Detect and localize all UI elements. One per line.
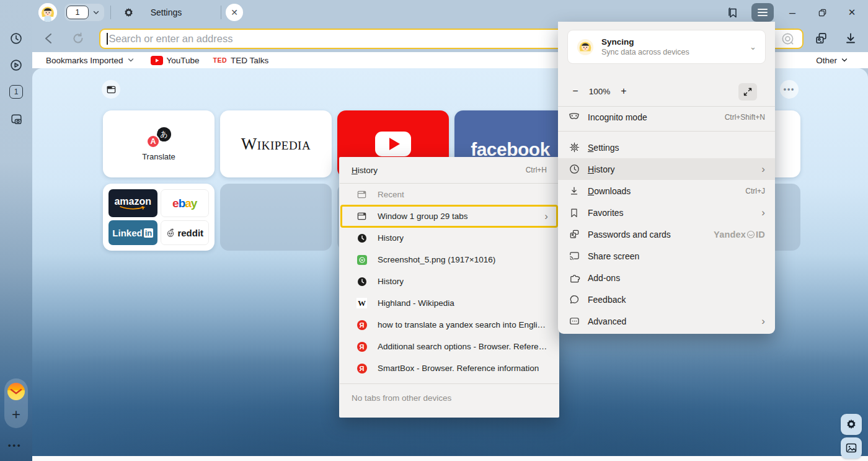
menu-item-feedback[interactable]: Feedback: [558, 289, 775, 310]
history-item[interactable]: History: [339, 271, 559, 292]
minimize-button[interactable]: –: [779, 0, 806, 25]
menu-item-share-screen[interactable]: Share screen: [558, 245, 775, 267]
no-tabs-message: No tabs from other devices: [339, 384, 559, 411]
bookmark-label: YouTube: [167, 56, 200, 65]
window-switcher-icon[interactable]: [102, 80, 120, 99]
menu-item-label: Favorites: [588, 208, 624, 218]
window-icon: [356, 189, 367, 200]
restore-icon: [818, 8, 827, 17]
menu-item-label: Window 1 group 29 tabs: [378, 212, 468, 221]
bookmark-youtube[interactable]: YouTube: [151, 56, 200, 65]
dial-settings-button[interactable]: [841, 414, 862, 435]
bookmark-label: TED Talks: [231, 56, 268, 65]
downloads-toolbar-icon[interactable]: [843, 31, 858, 48]
profile-avatar[interactable]: [38, 3, 57, 22]
sidebar-more-button[interactable]: •••: [8, 441, 22, 450]
window-close-button[interactable]: ✕: [838, 0, 866, 25]
history-item-yandex[interactable]: Я Additional search options - Browser. R…: [339, 336, 559, 357]
bookmarks-folder[interactable]: Bookmarks Imported: [46, 56, 135, 65]
history-item-screenshot[interactable]: Screenshot_5.png (1917×1016): [339, 249, 559, 271]
dial-tile-wikipedia[interactable]: Wikipedia: [220, 110, 332, 177]
history-item-yandex[interactable]: Я SmartBox - Browser. Reference informat…: [339, 357, 559, 379]
menu-item-label: Highland - Wikipedia: [378, 298, 454, 308]
sync-text: Syncing Sync data across devices: [601, 37, 689, 56]
amazon-smile-icon: [119, 205, 146, 210]
history-item-recent[interactable]: Recent: [339, 184, 559, 205]
tabs-panel-icon[interactable]: 1: [6, 81, 27, 102]
history-item-wikipedia[interactable]: W Highland - Wikipedia: [339, 292, 559, 314]
linkedin-wordmark: Linked: [112, 228, 142, 238]
tab-title: Settings: [151, 7, 182, 17]
clock-icon: [356, 233, 367, 243]
zoom-in-button[interactable]: +: [616, 83, 632, 99]
history-menu-header[interactable]: History Ctrl+H: [339, 157, 559, 183]
history-icon[interactable]: [6, 28, 27, 49]
menu-item-label: SmartBox - Browser. Reference informatio…: [378, 364, 539, 373]
sync-subtitle: Sync data across devices: [601, 48, 689, 56]
chevron-down-icon: [127, 56, 135, 64]
menu-item-favorites[interactable]: Favorites ›: [558, 202, 775, 223]
screenshot-icon[interactable]: [6, 109, 27, 130]
yandex-mail-icon[interactable]: [7, 383, 25, 400]
image-file-icon: [356, 254, 367, 265]
linkedin-tile[interactable]: Linked in: [108, 220, 157, 245]
bookmarks-folder-label: Bookmarks Imported: [46, 56, 123, 65]
menu-item-advanced[interactable]: Advanced ›: [558, 310, 775, 332]
close-icon: ✕: [848, 7, 856, 18]
reddit-tile[interactable]: reddit: [161, 220, 210, 245]
sync-card[interactable]: Syncing Sync data across devices ⌄: [567, 30, 766, 64]
image-search-icon[interactable]: [780, 31, 796, 47]
download-icon: [568, 185, 580, 197]
dial-tile-empty[interactable]: [220, 184, 332, 251]
menu-item-addons[interactable]: Add-ons: [558, 267, 775, 289]
browser-window: 1 + ••• 1 Settings ✕ – ✕: [0, 0, 868, 461]
translate-icon: あ A: [146, 127, 171, 148]
linkedin-in-icon: in: [144, 228, 154, 238]
sidebar-add-button[interactable]: +: [6, 405, 27, 424]
fullscreen-button[interactable]: [738, 83, 757, 101]
video-play-icon[interactable]: [6, 55, 27, 76]
reddit-wordmark: reddit: [177, 228, 203, 238]
menu-item-settings[interactable]: Settings: [558, 137, 775, 158]
back-button[interactable]: [41, 31, 56, 48]
cast-screen-icon: [568, 250, 580, 262]
dial-tile-translate[interactable]: あ A Translate: [103, 110, 215, 177]
menu-item-passwords[interactable]: Passwords and cards Yandex ID: [558, 223, 775, 245]
incognito-mask-icon: [568, 111, 580, 123]
zoom-out-button[interactable]: −: [567, 83, 583, 99]
menu-separator: [558, 131, 775, 132]
bookmark-ted[interactable]: TED TED Talks: [213, 56, 269, 65]
dial-more-button[interactable]: •••: [780, 80, 799, 99]
passwords-toolbar-icon[interactable]: [813, 31, 829, 49]
tab-group-pill[interactable]: 1: [64, 4, 104, 21]
dial-tile-shopping-group[interactable]: amazon ebay Linked in reddit: [103, 184, 215, 251]
reload-button[interactable]: [71, 31, 86, 48]
ebay-tile[interactable]: ebay: [161, 189, 210, 217]
menu-item-history[interactable]: History ›: [558, 158, 775, 180]
tab-divider: [110, 6, 111, 19]
gear-icon: [845, 418, 857, 431]
fullscreen-icon: [743, 87, 753, 97]
menu-item-label: Advanced: [588, 316, 626, 326]
bookmarks-flag-icon[interactable]: [724, 5, 742, 21]
history-item[interactable]: History: [339, 227, 559, 249]
browser-menu-button[interactable]: [751, 3, 774, 22]
tile-label: Translate: [142, 152, 175, 161]
profile-avatar: [577, 38, 594, 56]
menu-item-label: History: [588, 164, 615, 174]
history-item-yandex[interactable]: Я how to translate a yandex search into …: [339, 314, 559, 336]
chevron-down-icon: [91, 7, 101, 17]
maximize-button[interactable]: [808, 0, 836, 25]
sync-title: Syncing: [601, 37, 689, 47]
tab-close-button[interactable]: ✕: [226, 4, 243, 21]
reddit-alien-icon: [166, 228, 175, 238]
history-item-window-group[interactable]: Window 1 group 29 tabs ›: [339, 205, 559, 227]
menu-item-incognito[interactable]: Incognito mode Ctrl+Shift+N: [558, 106, 775, 128]
tab-group-count: 1: [66, 6, 89, 19]
bookmarks-other-folder[interactable]: Other: [816, 56, 848, 65]
amazon-tile[interactable]: amazon: [108, 189, 157, 217]
page-bottom-strip: [32, 456, 868, 461]
wallpaper-button[interactable]: [841, 437, 862, 459]
menu-item-downloads[interactable]: Downloads Ctrl+J: [558, 180, 775, 202]
active-tab[interactable]: Settings: [112, 0, 221, 25]
